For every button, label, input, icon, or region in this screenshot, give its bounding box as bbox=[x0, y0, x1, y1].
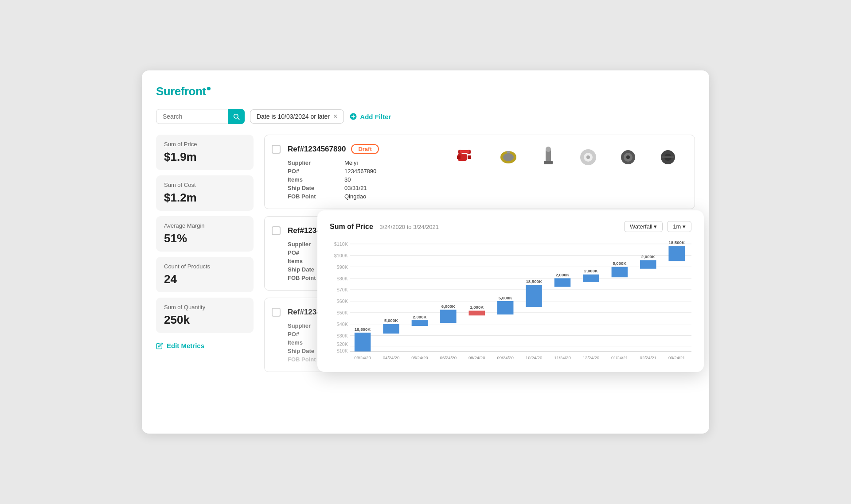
fob-label: FOB Point bbox=[288, 193, 341, 200]
bar-3 bbox=[440, 310, 457, 323]
svg-rect-10 bbox=[460, 150, 469, 153]
svg-text:$60K: $60K bbox=[337, 299, 348, 304]
chart-popup: Sum of Price 3/24/2020 to 3/24/2021 Wate… bbox=[317, 210, 704, 372]
chart-period-label: 1m bbox=[673, 223, 681, 230]
svg-text:18,500K: 18,500K bbox=[668, 240, 684, 245]
svg-point-16 bbox=[546, 147, 551, 152]
bar-6 bbox=[526, 285, 542, 307]
svg-text:18,500K: 18,500K bbox=[355, 327, 371, 332]
pencil-icon bbox=[156, 342, 163, 349]
add-filter-button[interactable]: Add Filter bbox=[349, 112, 391, 120]
svg-rect-7 bbox=[468, 155, 471, 159]
svg-text:$70K: $70K bbox=[337, 287, 348, 292]
top-bar: Date is 10/03/2024 or later × Add Filter bbox=[156, 109, 695, 124]
po-card-1: Ref#1234567890 Draft Supplier Meiyi PO# … bbox=[264, 135, 695, 209]
metric-value-cost: $1.2m bbox=[164, 191, 246, 205]
svg-text:$80K: $80K bbox=[337, 276, 348, 281]
svg-text:5,000K: 5,000K bbox=[384, 318, 398, 323]
svg-text:06/24/20: 06/24/20 bbox=[440, 355, 457, 360]
metric-value-price: $1.9m bbox=[164, 150, 246, 164]
po-checkbox-2[interactable] bbox=[272, 226, 281, 235]
bar-4 bbox=[469, 311, 485, 316]
content-area: Ref#1234567890 Draft Supplier Meiyi PO# … bbox=[264, 135, 695, 372]
svg-text:09/24/20: 09/24/20 bbox=[497, 355, 514, 360]
search-button[interactable] bbox=[228, 109, 245, 124]
po-ref-1: Ref#1234567890 bbox=[288, 145, 346, 154]
po-num-label: PO# bbox=[288, 168, 341, 174]
svg-text:03/24/20: 03/24/20 bbox=[354, 355, 371, 360]
bar-9 bbox=[612, 267, 628, 277]
logo-text: Surefront bbox=[156, 85, 206, 98]
po-header-1: Ref#1234567890 Draft bbox=[288, 144, 444, 154]
svg-text:2,000K: 2,000K bbox=[413, 314, 426, 319]
svg-text:2,000K: 2,000K bbox=[641, 254, 655, 259]
items-value: 30 bbox=[344, 176, 444, 183]
svg-text:2,000K: 2,000K bbox=[584, 268, 598, 273]
metric-label-margin: Average Margin bbox=[164, 222, 246, 229]
supplier-value: Meiyi bbox=[344, 159, 444, 166]
metric-value-count: 24 bbox=[164, 272, 246, 286]
items-label: Items bbox=[288, 176, 341, 183]
svg-text:02/24/21: 02/24/21 bbox=[640, 355, 657, 360]
filter-chip-label: Date is 10/03/2024 or later bbox=[257, 113, 330, 120]
svg-text:$100K: $100K bbox=[334, 253, 348, 258]
svg-text:$110K: $110K bbox=[334, 241, 348, 247]
bar-2 bbox=[412, 320, 428, 326]
search-wrapper bbox=[156, 109, 245, 124]
metric-label-price: Sum of Price bbox=[164, 141, 246, 147]
svg-text:03/24/21: 03/24/21 bbox=[668, 355, 685, 360]
metric-label-cost: Sum of Cost bbox=[164, 182, 246, 188]
edit-metrics-button[interactable]: Edit Metrics bbox=[156, 342, 254, 349]
metric-card-price: Sum of Price $1.9m bbox=[156, 135, 254, 170]
svg-text:$90K: $90K bbox=[337, 264, 348, 270]
svg-rect-6 bbox=[457, 155, 461, 159]
po-badge-1: Draft bbox=[351, 144, 379, 154]
svg-point-22 bbox=[626, 155, 630, 159]
bar-0 bbox=[355, 333, 371, 352]
bar-1 bbox=[383, 324, 399, 334]
svg-text:$30K: $30K bbox=[337, 333, 348, 338]
svg-text:$50K: $50K bbox=[337, 310, 348, 315]
chart-type-label: Waterfall bbox=[630, 223, 652, 230]
add-filter-label: Add Filter bbox=[360, 113, 391, 120]
metric-value-quantity: 250k bbox=[164, 313, 246, 327]
chart-period-button[interactable]: 1m ▾ bbox=[667, 221, 691, 232]
po-details-1: Supplier Meiyi PO# 1234567890 Items 30 S… bbox=[288, 159, 444, 200]
bar-11 bbox=[668, 246, 685, 261]
app-container: Surefront Date is 10/03/2024 or later × bbox=[142, 70, 709, 434]
svg-text:6,000K: 6,000K bbox=[441, 304, 455, 309]
product-img-4 bbox=[570, 144, 606, 171]
svg-text:5,000K: 5,000K bbox=[499, 295, 512, 300]
plus-circle-icon bbox=[349, 112, 357, 120]
svg-rect-15 bbox=[544, 161, 553, 164]
filter-chip-close[interactable]: × bbox=[333, 113, 337, 120]
metric-card-count: Count of Products 24 bbox=[156, 257, 254, 292]
chart-type-button[interactable]: Waterfall ▾ bbox=[624, 221, 663, 232]
product-img-1 bbox=[451, 144, 486, 171]
product-img-5 bbox=[610, 144, 646, 171]
metric-card-cost: Sum of Cost $1.2m bbox=[156, 175, 254, 211]
po-checkbox-1[interactable] bbox=[272, 145, 281, 154]
bar-5 bbox=[497, 301, 514, 314]
svg-rect-13 bbox=[507, 151, 510, 153]
chart-header: Sum of Price 3/24/2020 to 3/24/2021 Wate… bbox=[330, 221, 691, 232]
logo-dot bbox=[207, 87, 211, 90]
bar-10 bbox=[640, 260, 656, 268]
supplier-label: Supplier bbox=[288, 159, 341, 166]
svg-text:04/24/20: 04/24/20 bbox=[383, 355, 400, 360]
bar-8 bbox=[583, 275, 599, 282]
chart-period-arrow: ▾ bbox=[683, 223, 686, 230]
chart-title-area: Sum of Price 3/24/2020 to 3/24/2021 bbox=[330, 223, 439, 231]
search-icon bbox=[233, 113, 240, 120]
metric-value-margin: 51% bbox=[164, 232, 246, 245]
svg-text:10/24/20: 10/24/20 bbox=[526, 355, 543, 360]
bar-7 bbox=[554, 278, 571, 287]
svg-text:2,000K: 2,000K bbox=[555, 272, 569, 277]
filter-chip: Date is 10/03/2024 or later × bbox=[250, 109, 344, 124]
po-images-1 bbox=[451, 144, 686, 171]
svg-text:01/24/21: 01/24/21 bbox=[611, 355, 628, 360]
ship-date-value: 03/31/21 bbox=[344, 185, 444, 191]
edit-metrics-label: Edit Metrics bbox=[167, 342, 204, 349]
po-checkbox-3[interactable] bbox=[272, 308, 281, 317]
sidebar: Sum of Price $1.9m Sum of Cost $1.2m Ave… bbox=[156, 135, 254, 372]
